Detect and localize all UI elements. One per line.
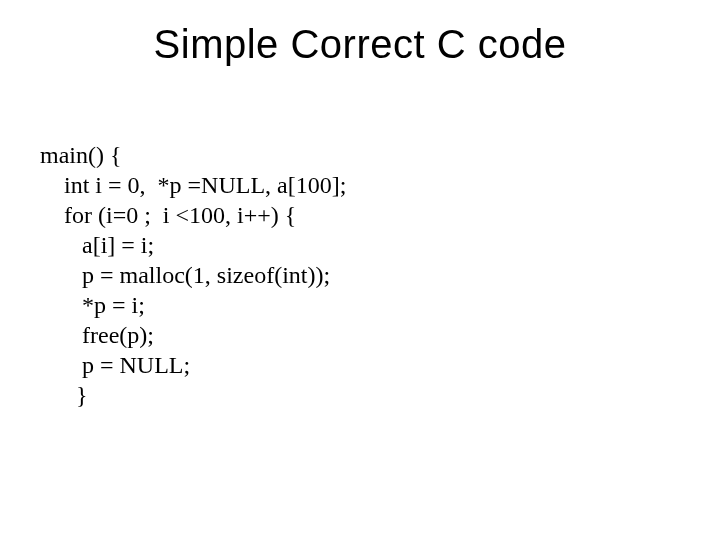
code-block: main() { int i = 0, *p =NULL, a[100]; fo… — [40, 140, 346, 410]
code-line: } — [40, 382, 88, 408]
code-line: a[i] = i; — [40, 232, 154, 258]
code-line: int i = 0, *p =NULL, a[100]; — [40, 172, 346, 198]
slide-title: Simple Correct C code — [0, 22, 720, 67]
code-line: free(p); — [40, 322, 154, 348]
code-line: p = NULL; — [40, 352, 190, 378]
code-line: *p = i; — [40, 292, 145, 318]
code-line: main() { — [40, 142, 122, 168]
slide: Simple Correct C code main() { int i = 0… — [0, 0, 720, 540]
code-line: for (i=0 ; i <100, i++) { — [40, 202, 296, 228]
code-line: p = malloc(1, sizeof(int)); — [40, 262, 330, 288]
